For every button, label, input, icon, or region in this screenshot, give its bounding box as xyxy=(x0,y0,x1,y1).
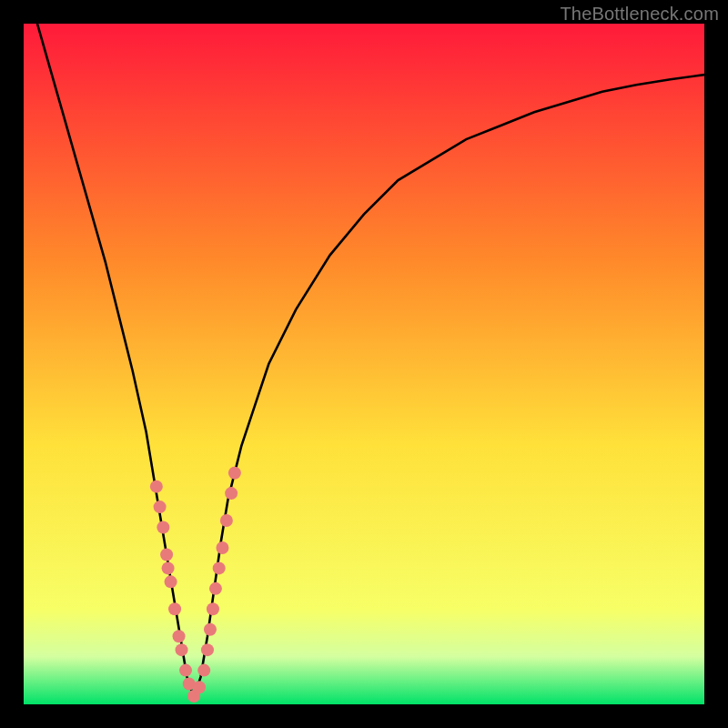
data-marker xyxy=(193,681,206,693)
data-marker xyxy=(160,548,173,561)
data-marker xyxy=(216,541,228,554)
data-marker xyxy=(168,602,181,615)
data-marker xyxy=(228,467,241,480)
data-marker xyxy=(201,643,214,656)
data-marker xyxy=(220,514,233,527)
gradient-background xyxy=(24,24,704,704)
data-marker xyxy=(176,643,188,656)
watermark-text: TheBottleneck.com xyxy=(560,4,719,25)
data-marker xyxy=(225,487,238,500)
data-marker xyxy=(207,602,219,615)
chart-frame xyxy=(24,24,704,704)
data-marker xyxy=(213,561,226,574)
data-marker xyxy=(150,480,163,493)
data-marker xyxy=(157,521,169,534)
bottleneck-chart xyxy=(24,24,704,704)
data-marker xyxy=(204,623,217,636)
data-marker xyxy=(173,630,186,642)
data-marker xyxy=(179,664,192,677)
data-marker xyxy=(209,582,222,595)
data-marker xyxy=(154,500,167,513)
data-marker xyxy=(162,561,175,574)
data-marker xyxy=(165,575,177,588)
data-marker xyxy=(197,664,210,677)
